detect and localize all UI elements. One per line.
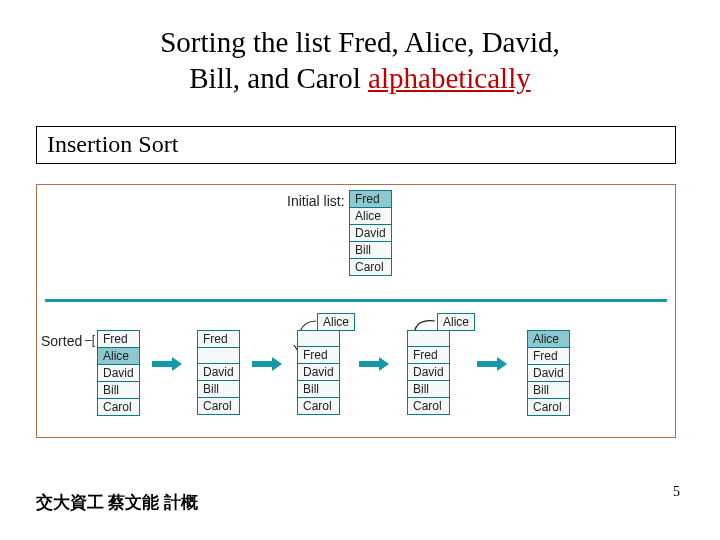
list-item: Bill	[527, 381, 570, 399]
list-item: Carol	[297, 397, 340, 415]
list-item: David	[527, 364, 570, 382]
list-item: Alice	[349, 207, 392, 225]
list-item: Fred	[297, 346, 340, 364]
list-item: Fred	[349, 190, 392, 208]
title-line2-prefix: Bill, and Carol	[189, 62, 368, 94]
arrow-icon	[477, 357, 507, 371]
step-list: Fred David Bill Carol	[197, 331, 240, 415]
arrow-icon	[152, 357, 182, 371]
initial-list-label: Initial list:	[287, 193, 345, 209]
initial-list: Fred Alice David Bill Carol	[349, 191, 392, 276]
title-accent: alphabetically	[368, 62, 531, 94]
list-item: Fred	[97, 330, 140, 348]
list-item: Fred	[197, 330, 240, 348]
list-item: Bill	[97, 381, 140, 399]
page-number: 5	[673, 484, 680, 500]
list-item: Alice	[527, 330, 570, 348]
list-item: Carol	[349, 258, 392, 276]
step-list: Fred David Bill Carol	[297, 331, 340, 415]
list-item	[407, 330, 450, 347]
pivot-cell: Alice	[437, 313, 475, 331]
list-item: Bill	[349, 241, 392, 259]
list-item: David	[349, 224, 392, 242]
list-item: Carol	[197, 397, 240, 415]
pivot-cell: Alice	[317, 313, 355, 331]
slide-title: Sorting the list Fred, Alice, David, Bil…	[0, 24, 720, 97]
list-item: Fred	[527, 347, 570, 365]
subtitle-text: Insertion Sort	[47, 131, 178, 157]
arrow-icon	[252, 357, 282, 371]
subtitle-box: Insertion Sort	[36, 126, 676, 164]
list-item: Bill	[297, 380, 340, 398]
step-list: Fred Alice David Bill Carol	[97, 331, 140, 416]
footer-text: 交大資工 蔡文能 計概	[36, 491, 198, 514]
list-item: Carol	[97, 398, 140, 416]
list-item: David	[407, 363, 450, 381]
list-item: David	[197, 363, 240, 381]
step-list: Fred David Bill Carol	[407, 331, 450, 415]
list-item: David	[297, 363, 340, 381]
title-line1: Sorting the list Fred, Alice, David,	[160, 26, 560, 58]
separator-line	[45, 299, 667, 302]
list-item: David	[97, 364, 140, 382]
list-item: Carol	[527, 398, 570, 416]
list-item: Alice	[97, 347, 140, 365]
sorted-brace: –[	[85, 333, 95, 347]
step-list: Alice Fred David Bill Carol	[527, 331, 570, 416]
list-item: Carol	[407, 397, 450, 415]
list-item: Fred	[407, 346, 450, 364]
list-item	[297, 330, 340, 347]
sorted-label: Sorted	[41, 333, 82, 349]
list-item: Bill	[407, 380, 450, 398]
list-item	[197, 347, 240, 364]
arrow-icon	[359, 357, 389, 371]
diagram-frame: Initial list: Fred Alice David Bill Caro…	[36, 184, 676, 438]
list-item: Bill	[197, 380, 240, 398]
